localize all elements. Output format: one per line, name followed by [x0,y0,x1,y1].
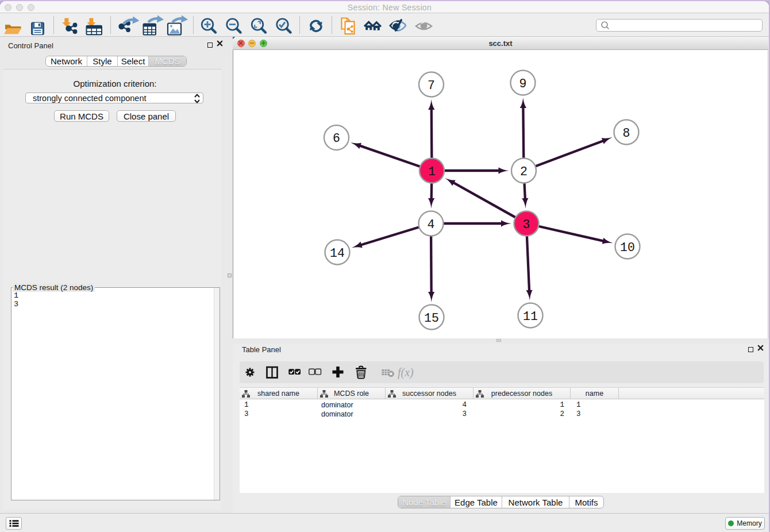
svg-text:11: 11 [523,310,538,323]
svg-text:15: 15 [424,311,439,325]
svg-text:8: 8 [623,126,630,140]
svg-text:3: 3 [523,218,530,232]
svg-text:4: 4 [428,218,435,232]
svg-text:10: 10 [620,241,635,255]
svg-text:f(x): f(x) [398,366,414,379]
svg-text:6: 6 [333,132,340,145]
svg-text:2: 2 [520,165,528,179]
svg-text:1: 1 [428,165,436,179]
svg-text:14: 14 [330,246,345,260]
svg-text:9: 9 [519,77,527,91]
svg-text:7: 7 [428,79,435,92]
